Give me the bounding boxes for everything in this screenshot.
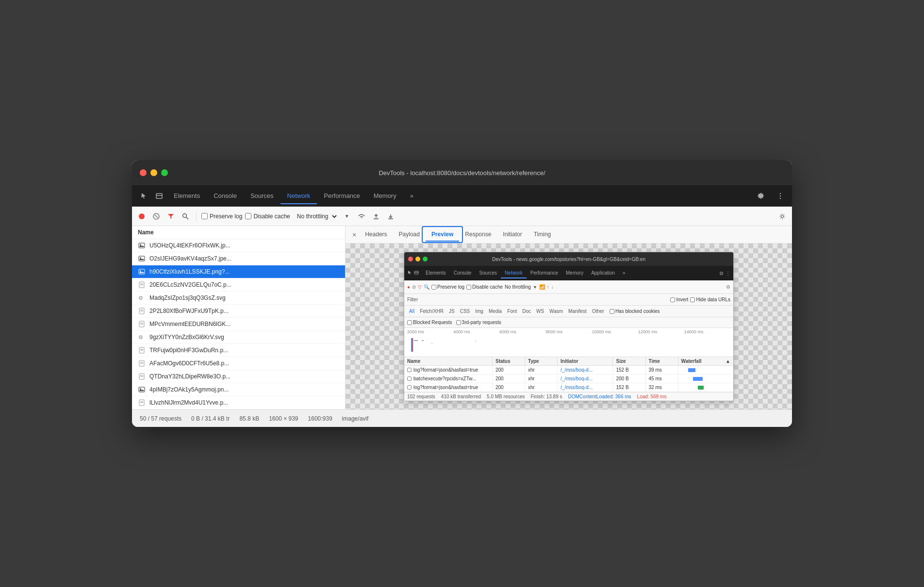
file-list-item[interactable]: ⚙MadqZsIZpo1sj3qQ3GsZ.svg: [132, 292, 345, 305]
wifi-icon[interactable]: [356, 211, 367, 222]
tab-network[interactable]: Network: [280, 188, 317, 204]
type-ws: WS: [534, 308, 546, 314]
search-icon-btn[interactable]: [180, 211, 191, 222]
network-toolbar: Preserve log Disable cache No throttling…: [132, 207, 792, 226]
file-type-icon: [138, 320, 146, 328]
clear-button[interactable]: [150, 211, 162, 222]
download-icon[interactable]: [385, 211, 396, 222]
inner-tab-sources: Sources: [475, 268, 501, 278]
file-list-item[interactable]: 4pIMBj7zOAk1y5Agmmoj.pn...: [132, 383, 345, 396]
preserve-log-checkbox[interactable]: [201, 213, 208, 219]
tl-6000: 6000 ms: [499, 329, 545, 334]
svg-point-8: [183, 213, 187, 217]
disable-cache-checkbox[interactable]: [245, 213, 251, 219]
svg-point-14: [781, 215, 784, 217]
tab-sources[interactable]: Sources: [244, 188, 280, 204]
tab-more[interactable]: »: [403, 188, 420, 204]
file-list-item[interactable]: lLlvzhNlJlrm2Mvd4U1Yvve.p...: [132, 396, 345, 409]
devtools-tab-bar: Elements Console Sources Network Perform…: [132, 185, 792, 207]
file-type-icon: [138, 359, 146, 367]
window-title: DevTools - localhost:8080/docs/devtools/…: [379, 169, 545, 177]
tab-memory[interactable]: Memory: [367, 188, 403, 204]
inner-tab-console: Console: [450, 268, 476, 278]
inner-td-size: 152 B: [613, 383, 645, 391]
inner-td-size: 152 B: [613, 366, 645, 374]
inner-blocked-cookies: Has blocked cookies: [610, 309, 660, 314]
dock-icon[interactable]: [151, 190, 167, 202]
disable-cache-label[interactable]: Disable cache: [245, 213, 290, 220]
record-button[interactable]: [136, 211, 148, 222]
file-list-items: U5OHzQL4tEKFr6OFlxWK.jp...O2sIJEHG9avKV4…: [132, 239, 345, 409]
file-list-item[interactable]: ⚙9gzXiTYY0nZzBxGl6KrV.svg: [132, 331, 345, 344]
tab-preview[interactable]: Preview: [426, 228, 459, 242]
file-list-item[interactable]: O2sIJEHG9avKV4aqzSx7.jpe...: [132, 252, 345, 265]
tab-timing[interactable]: Timing: [528, 228, 557, 242]
file-list-item[interactable]: 2P2L80XfBoFWJFxU9TpK.p...: [132, 305, 345, 318]
minimize-button[interactable]: [150, 169, 157, 176]
inner-table-rows: log?format=json&hasfast=true 200 xhr /_/…: [404, 366, 733, 392]
svg-rect-15: [139, 243, 145, 248]
svg-point-4: [780, 197, 781, 198]
inner-window-title: DevTools - news.google.com/topstories?hl…: [492, 257, 645, 262]
inner-load: Load: 569 ms: [637, 394, 667, 399]
tl-14000: 14000 ms: [684, 329, 730, 334]
type-all: All: [407, 308, 416, 314]
maximize-button[interactable]: [161, 169, 168, 176]
inner-traffic-lights: [408, 257, 428, 261]
inner-tab-more: »: [619, 268, 629, 278]
file-name-label: TRFujw0pi0nHF3GwDuRn.p...: [149, 347, 228, 354]
inner-td-waterfall: [678, 386, 733, 389]
inner-td-name: log?format=json&hasfast=true: [404, 383, 493, 391]
file-list-item[interactable]: TRFujw0pi0nHF3GwDuRn.p...: [132, 344, 345, 357]
tl-10000: 10000 ms: [592, 329, 638, 334]
close-button[interactable]: [140, 169, 147, 176]
panel-close-button[interactable]: ×: [349, 230, 359, 240]
file-list-item[interactable]: QTDnaY32hLDipeRW8e3O.p...: [132, 370, 345, 383]
svg-rect-19: [139, 269, 145, 274]
inner-table-header: Name Status Type Initiator Size Time Wat…: [404, 357, 733, 366]
file-list-item[interactable]: MPcVmmemtEEDURBN6lGK...: [132, 318, 345, 331]
tab-payload[interactable]: Payload: [393, 228, 426, 242]
file-type-icon: [138, 346, 146, 354]
file-name-label: MadqZsIZpo1sj3qQ3GsZ.svg: [149, 294, 226, 301]
inner-preserve-log: Preserve log: [431, 284, 464, 290]
inner-resources: 5.0 MB resources: [487, 394, 525, 399]
file-name-label: AFacMOgv6D0CFTr6U5e8.p...: [149, 360, 229, 367]
svg-text:⚙: ⚙: [138, 295, 143, 301]
file-list-item[interactable]: h90CtfziXluvh1LSSKJE.png?...: [132, 265, 345, 278]
filter-icon-btn[interactable]: [165, 211, 177, 222]
file-type-icon: [138, 373, 146, 380]
file-list-item[interactable]: 20E6CLcSzNV2GELQu7oC.p...: [132, 278, 345, 292]
inner-invert-label: Invert: [670, 297, 688, 302]
tab-initiator[interactable]: Initiator: [497, 228, 528, 242]
status-transferred: 0 B / 31.4 kB tr: [191, 415, 230, 422]
inner-td-initiator: /_/mss/boq-d...: [558, 366, 613, 374]
cursor-icon[interactable]: [136, 190, 151, 202]
inner-tab-performance: Performance: [527, 268, 562, 278]
inner-td-status: 200: [493, 375, 525, 383]
inner-tab-memory: Memory: [562, 268, 587, 278]
more-options-icon[interactable]: [773, 190, 788, 202]
inner-table-row: log?format=json&hasfast=true 200 xhr /_/…: [404, 383, 733, 392]
preserve-log-label[interactable]: Preserve log: [201, 213, 242, 220]
file-type-icon: [138, 268, 146, 276]
file-list-item[interactable]: U5OHzQL4tEKFr6OFlxWK.jp...: [132, 239, 345, 252]
inner-timeline-bar: [407, 334, 730, 352]
upload-icon[interactable]: [370, 211, 382, 222]
settings-icon[interactable]: [753, 190, 769, 202]
tab-headers[interactable]: Headers: [359, 228, 393, 242]
inner-td-initiator: /_/mss/boq-d...: [558, 383, 613, 391]
inner-transferred: 410 kB transferred: [441, 394, 481, 399]
tab-elements[interactable]: Elements: [167, 188, 207, 204]
inner-close-btn: [408, 257, 413, 261]
inner-td-waterfall: [678, 369, 733, 372]
tab-performance[interactable]: Performance: [317, 188, 366, 204]
throttle-select[interactable]: No throttling: [293, 212, 338, 221]
tab-response[interactable]: Response: [459, 228, 497, 242]
svg-point-16: [140, 244, 141, 245]
file-list-item[interactable]: AFacMOgv6D0CFTr6U5e8.p...: [132, 357, 345, 370]
tab-console[interactable]: Console: [207, 188, 244, 204]
throttle-chevron[interactable]: ▼: [341, 211, 353, 222]
settings-gear-icon[interactable]: [776, 211, 788, 222]
svg-point-3: [780, 195, 781, 196]
